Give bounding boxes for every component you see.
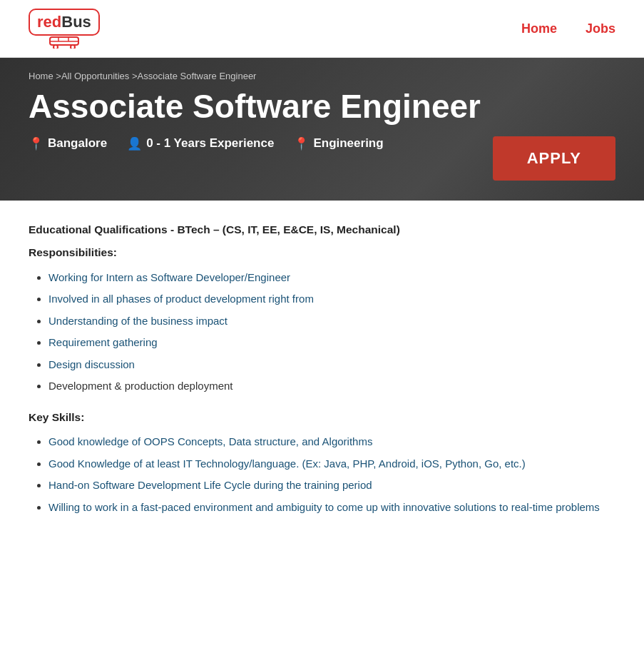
experience-text: 0 - 1 Years Experience (146, 136, 274, 151)
job-content: Educational Qualifications - BTech – (CS… (0, 201, 644, 557)
resp-item-5[interactable]: Design discussion (48, 358, 135, 370)
list-item: Hand-on Software Development Life Cycle … (48, 476, 615, 495)
key-skills-label: Key Skills: (29, 408, 615, 427)
resp-item-6: Development & production deployment (48, 380, 233, 392)
list-item: Requirement gathering (48, 333, 615, 352)
resp-item-1[interactable]: Working for Intern as Software Developer… (48, 271, 290, 283)
list-item: Design discussion (48, 355, 615, 374)
list-item: Good knowledge of OOPS Concepts, Data st… (48, 432, 615, 451)
list-item: Working for Intern as Software Developer… (48, 268, 615, 287)
skill-item-3[interactable]: Hand-on Software Development Life Cycle … (48, 479, 372, 491)
breadcrumb-sep1: > (53, 71, 61, 81)
responsibilities-label: Responsibilities: (29, 243, 615, 262)
breadcrumb-current: Associate Software Engineer (138, 71, 257, 81)
department-icon: 📍 (294, 136, 309, 151)
bus-icon (48, 36, 80, 49)
breadcrumb: Home >All Opportunities >Associate Softw… (29, 71, 615, 81)
svg-point-1 (53, 45, 58, 49)
location-meta: 📍 Bangalore (29, 136, 107, 151)
skill-item-4[interactable]: Willing to work in a fast-paced environm… (48, 501, 600, 513)
resp-item-4[interactable]: Requirement gathering (48, 336, 158, 348)
skill-item-2[interactable]: Good Knowledge of at least IT Technology… (48, 457, 526, 470)
list-item: Good Knowledge of at least IT Technology… (48, 455, 615, 473)
apply-button[interactable]: APPLY (493, 136, 615, 181)
location-icon: 📍 (29, 136, 44, 151)
logo-text-dark: Bus (61, 13, 91, 31)
department-meta: 📍 Engineering (294, 136, 383, 151)
breadcrumb-all-opps[interactable]: All Opportunities (61, 71, 129, 81)
job-title: Associate Software Engineer (29, 88, 615, 125)
experience-icon: 👤 (127, 136, 142, 151)
resp-item-2[interactable]: Involved in all phases of product develo… (48, 293, 314, 305)
resp-item-3[interactable]: Understanding of the business impact (48, 315, 228, 327)
location-text: Bangalore (48, 136, 107, 151)
department-text: Engineering (313, 136, 383, 151)
logo-inner: red Bus (37, 13, 91, 31)
edu-qual-title: Educational Qualifications - BTech – (CS… (29, 221, 615, 239)
svg-point-2 (71, 45, 75, 49)
list-item: Involved in all phases of product develo… (48, 290, 615, 308)
experience-meta: 👤 0 - 1 Years Experience (127, 136, 274, 151)
responsibilities-list: Working for Intern as Software Developer… (48, 268, 615, 395)
list-item: Development & production deployment (48, 377, 615, 395)
logo-text-red: red (37, 13, 61, 31)
breadcrumb-sep2: > (129, 71, 137, 81)
nav-jobs[interactable]: Jobs (586, 21, 615, 36)
main-nav: Home Jobs (521, 21, 615, 36)
logo-box: red Bus (29, 9, 100, 36)
logo-area: red Bus (29, 9, 100, 49)
logo-wrapper: red Bus (29, 9, 100, 49)
list-item: Understanding of the business impact (48, 312, 615, 330)
site-header: red Bus Home Jobs (0, 0, 644, 58)
key-skills-list: Good knowledge of OOPS Concepts, Data st… (48, 432, 615, 516)
list-item: Willing to work in a fast-paced environm… (48, 498, 615, 517)
hero-banner: Home >All Opportunities >Associate Softw… (0, 58, 644, 201)
nav-home[interactable]: Home (521, 21, 557, 36)
skill-item-1[interactable]: Good knowledge of OOPS Concepts, Data st… (48, 435, 372, 447)
breadcrumb-home[interactable]: Home (29, 71, 53, 81)
